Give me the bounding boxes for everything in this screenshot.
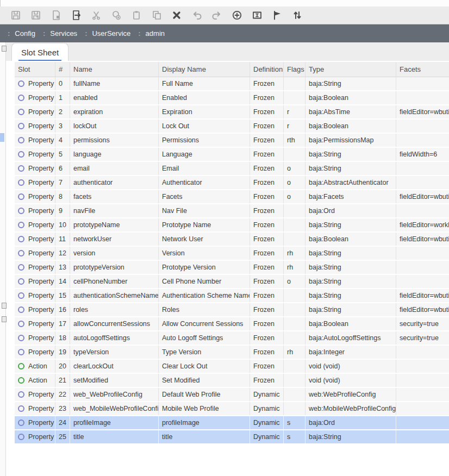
table-row[interactable]: Property12versionVersionFrozenrhbaja:Str… <box>15 247 449 261</box>
table-row[interactable]: Action21setModifiedSet ModifiedFrozenvoi… <box>15 374 449 388</box>
slot-kind-label: Property <box>28 405 54 412</box>
type-cell: baja:Boolean <box>305 233 396 246</box>
name-cell: typeVersion <box>70 346 159 359</box>
slot-kind-label: Property <box>28 207 54 215</box>
type-cell: baja:String <box>305 247 396 260</box>
type-cell: baja:Boolean <box>305 317 396 330</box>
add-icon[interactable] <box>231 9 243 21</box>
table-row[interactable]: Property19typeVersionType VersionFrozenr… <box>15 346 449 360</box>
column-header-slot[interactable]: Slot <box>15 62 55 77</box>
slot-cell: Property <box>15 331 55 345</box>
table-row[interactable]: Property4permissionsPermissionsFrozenrth… <box>15 134 449 148</box>
definition-cell: Frozen <box>250 218 284 231</box>
flags-cell <box>284 204 305 217</box>
copy-icon[interactable] <box>110 9 122 21</box>
redo-icon[interactable] <box>211 9 223 21</box>
type-cell: baja:AutoLogoffSettings <box>305 331 396 345</box>
type-cell: web:MobileWebProfileConfig <box>305 402 396 415</box>
table-row[interactable]: Property2expirationExpirationFrozenrbaja… <box>15 105 449 120</box>
table-row[interactable]: Property11networkUserNetwork UserFrozenb… <box>15 233 449 247</box>
display-cell: Auto Logoff Settings <box>159 331 250 345</box>
facets-cell <box>396 402 449 415</box>
table-row[interactable]: Property16rolesRolesFrozenbaja:Stringfie… <box>15 303 449 317</box>
definition-cell: Frozen <box>250 162 284 175</box>
duplicate-icon[interactable] <box>151 9 163 21</box>
table-row[interactable]: Property7authenticatorAuthenticatorFroze… <box>15 176 449 190</box>
name-cell: authenticator <box>70 176 159 189</box>
save-icon[interactable] <box>10 9 22 21</box>
flag-icon[interactable] <box>271 9 283 21</box>
table-row[interactable]: Property5languageLanguageFrozenbaja:Stri… <box>15 148 449 162</box>
slot-kind-label: Property <box>28 80 54 87</box>
table-row[interactable]: Property13prototypeVersionPrototype Vers… <box>15 261 449 275</box>
num-cell: 8 <box>55 190 70 203</box>
column-header-facets[interactable]: Facets <box>396 62 449 77</box>
reorder-icon[interactable] <box>291 9 303 21</box>
table-row[interactable]: Property23web_MobileWebProfileConfigMobi… <box>15 402 449 416</box>
type-cell: baja:Integer <box>305 346 396 359</box>
column-header--[interactable]: # <box>55 62 70 77</box>
facets-cell <box>396 374 449 387</box>
column-header-flags[interactable]: Flags <box>284 62 305 77</box>
undo-icon[interactable] <box>191 9 203 21</box>
cut-icon[interactable] <box>90 9 102 21</box>
table-row[interactable]: Property17allowConcurrentSessionsAllow C… <box>15 317 449 331</box>
table-row[interactable]: Property3lockOutLock OutFrozenrbaja:Bool… <box>15 120 449 134</box>
breadcrumb-item-admin[interactable]: :admin <box>138 29 165 37</box>
breadcrumb-item-config[interactable]: :Config <box>8 29 35 37</box>
display-cell: Default Web Profile <box>159 388 250 401</box>
flags-cell: o <box>284 176 305 189</box>
flags-cell <box>284 374 305 387</box>
column-header-type[interactable]: Type <box>305 62 396 77</box>
slot-kind-label: Property <box>28 419 54 427</box>
table-row[interactable]: Property1enabledEnabledFrozenbaja:Boolea… <box>15 91 449 105</box>
table-row[interactable]: Property8facetsFacetsFrozenobaja:Facetsf… <box>15 190 449 204</box>
rename-icon[interactable] <box>251 9 263 21</box>
name-cell: title <box>70 430 159 443</box>
table-row[interactable]: Property10prototypeNamePrototype NameFro… <box>15 218 449 233</box>
column-header-definition[interactable]: Definition <box>250 62 284 77</box>
slot-cell: Property <box>15 388 55 401</box>
slot-kind-label: Action <box>28 377 47 384</box>
collapsed-sidebar-edge[interactable] <box>0 42 6 476</box>
table-row[interactable]: Property0fullNameFull NameFrozenbaja:Str… <box>15 77 449 91</box>
flags-cell <box>284 218 305 231</box>
breadcrumb-item-userservice[interactable]: :UserService <box>85 29 130 37</box>
num-cell: 14 <box>55 275 70 288</box>
delete-icon[interactable] <box>171 9 183 21</box>
column-header-display-name[interactable]: Display Name <box>159 62 250 77</box>
definition-cell: Frozen <box>250 303 284 316</box>
flags-cell <box>284 360 305 373</box>
import-icon[interactable] <box>50 9 62 21</box>
slot-kind-label: Property <box>28 306 54 314</box>
property-slot-icon <box>18 306 24 313</box>
slot-kind-label: Property <box>28 165 54 172</box>
name-cell: setModified <box>70 374 159 387</box>
table-row[interactable]: Property14cellPhoneNumberCell Phone Numb… <box>15 275 449 289</box>
breadcrumb: :Config:Services:UserService:admin <box>0 24 449 42</box>
facets-cell <box>396 430 449 443</box>
flags-cell <box>284 148 305 161</box>
num-cell: 10 <box>55 218 70 231</box>
save-all-icon[interactable] <box>30 9 42 21</box>
table-row[interactable]: Property25titletitleDynamicsbaja:String <box>15 430 449 444</box>
table-row[interactable]: Property18autoLogoffSettingsAuto Logoff … <box>15 331 449 346</box>
num-cell: 16 <box>55 303 70 316</box>
paste-icon[interactable] <box>130 9 142 21</box>
flags-cell <box>284 402 305 415</box>
facets-cell <box>396 346 449 359</box>
table-row[interactable]: Action20clearLockOutClear Lock OutFrozen… <box>15 360 449 374</box>
num-cell: 5 <box>55 148 70 161</box>
breadcrumb-item-services[interactable]: :Services <box>43 29 77 37</box>
table-row[interactable]: Property22web_WebProfileConfigDefault We… <box>15 388 449 402</box>
export-icon[interactable] <box>70 9 82 21</box>
table-row[interactable]: Property6emailEmailFrozenobaja:String <box>15 162 449 176</box>
table-row[interactable]: Property15authenticationSchemeNameAuthen… <box>15 289 449 303</box>
column-header-name[interactable]: Name <box>70 62 159 77</box>
name-cell: autoLogoffSettings <box>70 331 159 345</box>
name-cell: facets <box>70 190 159 203</box>
num-cell: 20 <box>55 360 70 373</box>
table-row[interactable]: Property9navFileNav FileFrozenbaja:Ord <box>15 204 449 218</box>
table-row[interactable]: Property24profileImageprofileImageDynami… <box>15 416 449 430</box>
tab-slot-sheet[interactable]: Slot Sheet <box>11 43 68 61</box>
